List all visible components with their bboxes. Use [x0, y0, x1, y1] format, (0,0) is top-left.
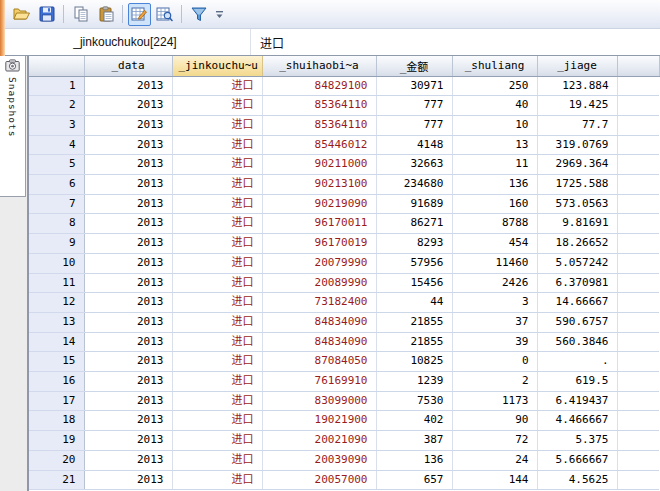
data-cell[interactable]: 96170019: [262, 234, 376, 254]
data-cell[interactable]: 2013: [84, 194, 172, 214]
data-cell[interactable]: 2013: [84, 450, 172, 470]
data-cell[interactable]: 进口: [172, 312, 262, 332]
data-cell[interactable]: 进口: [172, 391, 262, 411]
data-cell[interactable]: 5.666667: [537, 450, 617, 470]
data-cell[interactable]: 进口: [172, 214, 262, 234]
data-cell[interactable]: 5.057242: [537, 253, 617, 273]
data-cell[interactable]: 2013: [84, 155, 172, 175]
data-cell[interactable]: 402: [376, 411, 452, 431]
data-cell[interactable]: 进口: [172, 76, 262, 96]
row-number-cell[interactable]: 7: [29, 194, 84, 214]
data-cell[interactable]: 进口: [172, 470, 262, 490]
data-cell[interactable]: 2013: [84, 470, 172, 490]
data-cell[interactable]: 14.66667: [537, 293, 617, 313]
data-cell[interactable]: 2013: [84, 76, 172, 96]
data-cell[interactable]: 250: [452, 76, 537, 96]
data-cell[interactable]: 96170011: [262, 214, 376, 234]
row-number-cell[interactable]: 11: [29, 273, 84, 293]
data-cell[interactable]: 5.375: [537, 431, 617, 451]
data-cell[interactable]: 30971: [376, 76, 452, 96]
data-cell[interactable]: 11460: [452, 253, 537, 273]
data-cell[interactable]: 160: [452, 194, 537, 214]
snapshots-tab[interactable]: Snapshots: [0, 56, 26, 197]
data-cell[interactable]: 3: [452, 293, 537, 313]
data-cell[interactable]: 18.26652: [537, 234, 617, 254]
row-number-cell[interactable]: 12: [29, 293, 84, 313]
data-cell[interactable]: 77.7: [537, 115, 617, 135]
data-cell[interactable]: 4148: [376, 135, 452, 155]
data-cell[interactable]: 10: [452, 115, 537, 135]
column-header[interactable]: _shuihaobi~a: [262, 56, 376, 76]
data-cell[interactable]: 560.3846: [537, 332, 617, 352]
data-cell[interactable]: 32663: [376, 155, 452, 175]
data-cell[interactable]: 2013: [84, 234, 172, 254]
row-number-cell[interactable]: 17: [29, 391, 84, 411]
data-cell[interactable]: 24: [452, 450, 537, 470]
data-cell[interactable]: 85446012: [262, 135, 376, 155]
data-cell[interactable]: 进口: [172, 332, 262, 352]
data-cell[interactable]: 86271: [376, 214, 452, 234]
row-number-cell[interactable]: 9: [29, 234, 84, 254]
data-cell[interactable]: 进口: [172, 450, 262, 470]
data-cell[interactable]: 84834090: [262, 332, 376, 352]
edit-mode-button[interactable]: [128, 3, 151, 26]
data-cell[interactable]: 90219090: [262, 194, 376, 214]
column-header[interactable]: _shuliang: [452, 56, 537, 76]
data-cell[interactable]: 进口: [172, 431, 262, 451]
column-header[interactable]: _金额: [376, 56, 452, 76]
data-cell[interactable]: 进口: [172, 273, 262, 293]
cell-value-input[interactable]: 进口: [251, 29, 660, 55]
row-number-cell[interactable]: 6: [29, 175, 84, 195]
row-number-cell[interactable]: 1: [29, 76, 84, 96]
data-cell[interactable]: 进口: [172, 135, 262, 155]
data-cell[interactable]: 进口: [172, 234, 262, 254]
data-cell[interactable]: 39: [452, 332, 537, 352]
data-cell[interactable]: 9.81691: [537, 214, 617, 234]
data-cell[interactable]: 590.6757: [537, 312, 617, 332]
row-number-cell[interactable]: 19: [29, 431, 84, 451]
row-number-cell[interactable]: 2: [29, 96, 84, 116]
data-cell[interactable]: 454: [452, 234, 537, 254]
data-cell[interactable]: 72: [452, 431, 537, 451]
data-cell[interactable]: 37: [452, 312, 537, 332]
data-cell[interactable]: 2013: [84, 293, 172, 313]
data-cell[interactable]: 573.0563: [537, 194, 617, 214]
data-cell[interactable]: 123.884: [537, 76, 617, 96]
data-cell[interactable]: 进口: [172, 253, 262, 273]
data-cell[interactable]: 2013: [84, 372, 172, 392]
data-cell[interactable]: 进口: [172, 175, 262, 195]
data-cell[interactable]: 6.419437: [537, 391, 617, 411]
data-cell[interactable]: 4.5625: [537, 470, 617, 490]
data-cell[interactable]: 144: [452, 470, 537, 490]
cell-reference-input[interactable]: _jinkouchukou[224]: [0, 29, 251, 55]
data-cell[interactable]: 2013: [84, 411, 172, 431]
data-cell[interactable]: 进口: [172, 352, 262, 372]
data-cell[interactable]: 进口: [172, 155, 262, 175]
data-cell[interactable]: 进口: [172, 293, 262, 313]
row-number-cell[interactable]: 18: [29, 411, 84, 431]
data-cell[interactable]: 2013: [84, 253, 172, 273]
copy-button[interactable]: [69, 3, 92, 26]
data-cell[interactable]: 40: [452, 96, 537, 116]
data-cell[interactable]: 90213100: [262, 175, 376, 195]
data-cell[interactable]: 1173: [452, 391, 537, 411]
data-cell[interactable]: 2013: [84, 391, 172, 411]
data-cell[interactable]: 6.370981: [537, 273, 617, 293]
data-cell[interactable]: 8788: [452, 214, 537, 234]
data-cell[interactable]: 73182400: [262, 293, 376, 313]
save-button[interactable]: [35, 3, 58, 26]
toolbar-overflow-button[interactable]: [213, 3, 225, 25]
paste-button[interactable]: [94, 3, 117, 26]
column-header[interactable]: _data: [84, 56, 172, 76]
data-cell[interactable]: 2013: [84, 352, 172, 372]
data-cell[interactable]: 19021900: [262, 411, 376, 431]
data-cell[interactable]: 21855: [376, 332, 452, 352]
data-cell[interactable]: 91689: [376, 194, 452, 214]
data-cell[interactable]: 44: [376, 293, 452, 313]
row-number-cell[interactable]: 21: [29, 470, 84, 490]
row-number-cell[interactable]: 16: [29, 372, 84, 392]
data-cell[interactable]: 进口: [172, 372, 262, 392]
data-cell[interactable]: 319.0769: [537, 135, 617, 155]
data-cell[interactable]: 83099000: [262, 391, 376, 411]
data-cell[interactable]: 619.5: [537, 372, 617, 392]
